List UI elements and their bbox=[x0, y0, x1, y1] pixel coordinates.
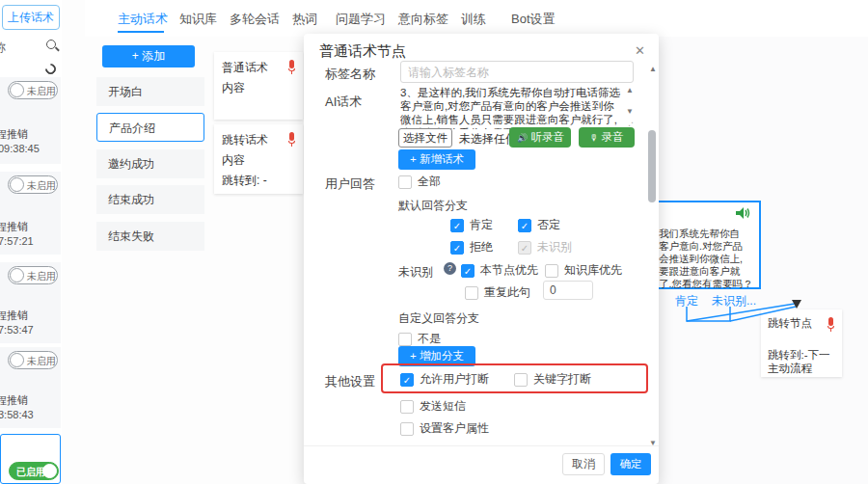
checkbox[interactable]: ✓ bbox=[400, 422, 414, 436]
branch-refuse-checkbox[interactable]: ✓拒绝 bbox=[450, 239, 493, 255]
stage-item-opening[interactable]: 开场白 bbox=[96, 77, 204, 106]
keyword-interrupt-checkbox[interactable]: ✓关键字打断 bbox=[514, 371, 591, 388]
checkbox[interactable]: ✓ bbox=[465, 286, 478, 300]
list-item[interactable]: 未启用 程推销 09:38:45 bbox=[0, 77, 61, 164]
allow-interrupt-checkbox[interactable]: ✓允许用户打断 bbox=[400, 371, 489, 388]
branch-unrecognized-checkbox-disabled: ✓未识别 bbox=[518, 239, 572, 255]
tab-question-learning[interactable]: 问题学习 bbox=[336, 11, 386, 28]
enable-toggle-on[interactable]: 已启用 bbox=[9, 462, 59, 480]
label-name-input[interactable] bbox=[400, 61, 634, 83]
enable-toggle[interactable]: 未启用 bbox=[8, 81, 58, 99]
speaker-icon[interactable] bbox=[736, 207, 751, 219]
tab-knowledge-base[interactable]: 知识库 bbox=[179, 11, 217, 28]
branch-negative-checkbox[interactable]: ✓否定 bbox=[518, 217, 560, 233]
checkbox[interactable]: ✓ bbox=[514, 373, 528, 387]
refresh-icon[interactable] bbox=[43, 62, 59, 77]
tab-bot-settings[interactable]: Bot设置 bbox=[511, 11, 556, 28]
checkbox[interactable]: ✓ bbox=[400, 400, 414, 414]
sidebar-search[interactable]: 称 bbox=[0, 37, 62, 58]
branch-affirm-checkbox[interactable]: ✓肯定 bbox=[450, 217, 493, 233]
tab-intent-tags[interactable]: 意向标签 bbox=[398, 11, 448, 28]
checkbox-checked[interactable]: ✓ bbox=[400, 373, 414, 387]
scroll-up-icon[interactable]: ▲ bbox=[626, 86, 634, 94]
normal-script-node-modal: 普通话术节点 ✕ 标签名称 AI话术 3、是这样的,我们系统先帮你自动打电话筛选… bbox=[304, 34, 659, 484]
script-time: 3:58:43 bbox=[0, 409, 34, 420]
modal-footer: 取消 确定 bbox=[304, 445, 659, 484]
script-time: 7:57:21 bbox=[0, 235, 34, 247]
jump-node-card[interactable]: 跳转节点 跳转到:-下一主动流程 bbox=[761, 309, 842, 377]
help-icon[interactable]: ? bbox=[444, 262, 456, 275]
send-sms-checkbox[interactable]: ✓发送短信 bbox=[400, 398, 466, 415]
script-name: 程推销 bbox=[0, 309, 28, 323]
default-branch-label: 默认回答分支 bbox=[398, 198, 468, 214]
stage-item-end-fail[interactable]: 结束失败 bbox=[96, 222, 204, 251]
close-icon[interactable]: ✕ bbox=[635, 43, 645, 58]
script-sidebar: 上传话术 称 未启用 程推销 09:38:45 未启用 程推销 7:57:21 … bbox=[0, 0, 62, 484]
list-item[interactable]: 未启用 程推销 7:57:21 bbox=[0, 172, 61, 255]
upload-script-button[interactable]: 上传话术 bbox=[2, 5, 60, 30]
add-stage-button[interactable]: + 添加 bbox=[102, 45, 195, 67]
node-card-jump-to: 跳转到: - bbox=[222, 173, 295, 189]
choose-file-button[interactable]: 选择文件 bbox=[398, 128, 452, 148]
listen-recording-button[interactable]: 🔊 听录音 bbox=[509, 127, 571, 148]
list-item[interactable]: 未启用 程推销 3:58:43 bbox=[0, 347, 61, 428]
kb-first-checkbox[interactable]: ✓知识库优先 bbox=[545, 262, 622, 279]
checkbox[interactable]: ✓ bbox=[545, 264, 558, 278]
checkbox-checked[interactable]: ✓ bbox=[461, 264, 475, 278]
mic-icon bbox=[827, 317, 834, 331]
checkbox-checked[interactable]: ✓ bbox=[518, 219, 531, 232]
checkbox-disabled: ✓ bbox=[518, 241, 531, 255]
node-card-line: 内容 bbox=[222, 152, 295, 169]
node-card-jump[interactable]: 跳转话术 内容 跳转到: - bbox=[214, 124, 303, 194]
list-item[interactable]: 未启用 程推销 7:53:47 bbox=[0, 262, 61, 343]
add-script-button[interactable]: + 新增话术 bbox=[398, 149, 475, 170]
enable-toggle[interactable]: 未启用 bbox=[8, 351, 58, 369]
stage-item-product-intro[interactable]: 产品介绍 bbox=[96, 113, 204, 142]
repeat-sentence-checkbox[interactable]: ✓重复此句 bbox=[465, 284, 530, 301]
node-card-normal[interactable]: 普通话术 内容 bbox=[214, 52, 303, 120]
jump-node-title: 跳转节点 bbox=[768, 316, 835, 331]
scroll-up-icon[interactable]: ▲ bbox=[649, 65, 657, 73]
textarea-scrollbar[interactable]: ▲ ▼ ⋰ bbox=[624, 86, 636, 129]
confirm-button[interactable]: 确定 bbox=[610, 453, 651, 475]
enable-toggle[interactable]: 未启用 bbox=[8, 266, 58, 284]
checkbox[interactable]: ✓ bbox=[398, 175, 412, 189]
active-tab-underline bbox=[118, 31, 164, 33]
ai-script-label: AI话术 bbox=[325, 94, 362, 111]
set-customer-attr-checkbox[interactable]: ✓设置客户属性 bbox=[400, 420, 489, 437]
ai-script-textarea[interactable]: 3、是这样的,我们系统先帮你自动打电话筛选客户意向,对您产品有意向的客户会推送到… bbox=[400, 86, 622, 129]
checkbox-checked[interactable]: ✓ bbox=[450, 241, 464, 255]
tab-training[interactable]: 训练 bbox=[461, 11, 486, 28]
speaker-icon: 🔊 bbox=[517, 133, 528, 143]
search-icon[interactable] bbox=[46, 40, 56, 49]
checkbox-checked[interactable]: ✓ bbox=[450, 219, 464, 232]
jump-node-target: 跳转到:-下一主动流程 bbox=[768, 348, 835, 375]
checkbox[interactable]: ✓ bbox=[398, 333, 412, 346]
list-item-active[interactable]: 已启用 bbox=[0, 434, 61, 484]
scrollbar-thumb[interactable] bbox=[648, 130, 656, 202]
modal-scrollbar[interactable]: ▲ ▼ bbox=[647, 63, 658, 448]
repeat-count-input[interactable] bbox=[543, 281, 593, 300]
cancel-button[interactable]: 取消 bbox=[562, 453, 605, 475]
search-input[interactable]: 称 bbox=[0, 40, 6, 56]
branch-label-unrecognized[interactable]: 未识别... bbox=[712, 293, 756, 309]
stage-item-invite-success[interactable]: 邀约成功 bbox=[96, 149, 204, 178]
enable-toggle[interactable]: 未启用 bbox=[8, 175, 58, 194]
record-button[interactable]: 🎙 录音 bbox=[579, 127, 635, 148]
tab-multi-turn[interactable]: 多轮会话 bbox=[230, 11, 280, 28]
unrecognized-label: 未识别 bbox=[398, 264, 433, 281]
scroll-down-icon[interactable]: ▼ bbox=[626, 107, 634, 116]
custom-branch-no-checkbox[interactable]: ✓不是 bbox=[398, 331, 441, 347]
label-name-label: 标签名称 bbox=[325, 66, 375, 83]
other-settings-label: 其他设置 bbox=[325, 373, 375, 390]
app-window: 上传话术 称 未启用 程推销 09:38:45 未启用 程推销 7:57:21 … bbox=[0, 0, 868, 484]
tab-active-script[interactable]: 主动话术 bbox=[118, 11, 168, 28]
node-card-line: 内容 bbox=[222, 80, 295, 96]
modal-title: 普通话术节点 bbox=[319, 42, 406, 61]
tab-hot-words[interactable]: 热词 bbox=[292, 11, 317, 28]
branch-label-affirm[interactable]: 肯定 bbox=[675, 293, 698, 309]
node-first-checkbox[interactable]: ✓本节点优先 bbox=[461, 262, 538, 279]
stage-item-end-success[interactable]: 结束成功 bbox=[96, 185, 204, 214]
all-checkbox-row[interactable]: ✓全部 bbox=[398, 174, 441, 190]
custom-branch-label: 自定义回答分支 bbox=[398, 310, 479, 327]
